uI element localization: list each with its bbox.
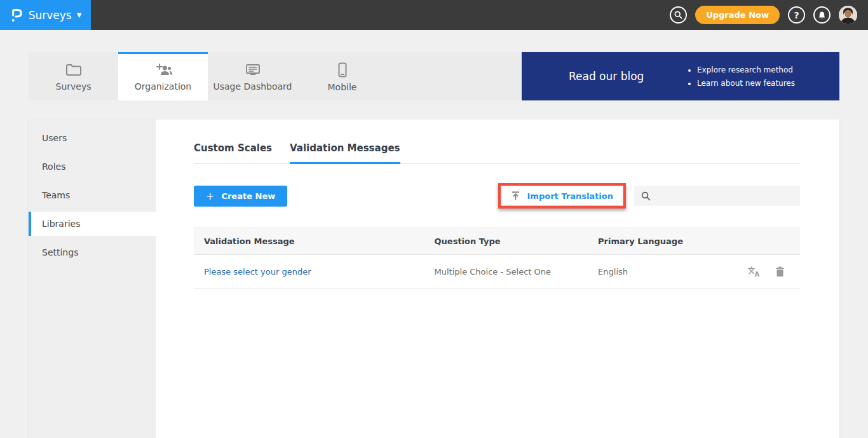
import-translation-label: Import Translation xyxy=(527,191,613,201)
banner-bullet-list: Explore research method Learn about new … xyxy=(688,61,795,92)
header-primary-language: Primary Language xyxy=(588,228,721,254)
plus-icon: + xyxy=(206,192,214,200)
import-translation-button[interactable]: Import Translation xyxy=(501,186,623,206)
blog-banner[interactable]: Read our blog Explore research method Le… xyxy=(522,52,839,100)
nav-tab-surveys[interactable]: Surveys xyxy=(29,52,118,100)
dashboard-icon xyxy=(245,63,261,77)
nav-tab-label: Usage Dashboard xyxy=(213,81,292,92)
sidebar-item-label: Libraries xyxy=(42,219,80,229)
import-translation-highlight-box: Import Translation xyxy=(498,183,626,209)
chevron-down-icon: ▼ xyxy=(77,11,82,18)
table-search-box[interactable] xyxy=(634,186,800,206)
question-mark-icon: ? xyxy=(794,10,799,20)
nav-tab-usage-dashboard[interactable]: Usage Dashboard xyxy=(208,52,297,100)
question-type-cell: Multiple Choice - Select One xyxy=(424,256,588,287)
nav-tab-mobile[interactable]: Mobile xyxy=(297,52,387,100)
banner-bullet: Learn about new features xyxy=(697,79,795,88)
settings-sidebar: Users Roles Teams Libraries Settings xyxy=(29,120,156,438)
bell-icon xyxy=(818,11,826,20)
mobile-icon xyxy=(337,62,348,78)
table-header-row: Validation Message Question Type Primary… xyxy=(194,228,800,255)
nav-tab-organization[interactable]: Organization xyxy=(118,52,208,100)
nav-tab-label: Organization xyxy=(135,81,192,92)
page-shell: Surveys Organization xyxy=(29,52,839,438)
tab-custom-scales[interactable]: Custom Scales xyxy=(194,142,272,164)
search-icon xyxy=(674,11,682,19)
search-icon xyxy=(641,191,651,201)
search-button[interactable] xyxy=(670,6,687,24)
topbar-actions: Upgrade Now ? xyxy=(670,6,868,24)
primary-navigation: Surveys Organization xyxy=(29,52,839,100)
libraries-content: Custom Scales Validation Messages + Crea… xyxy=(156,120,839,438)
help-button[interactable]: ? xyxy=(788,6,805,24)
questionpro-logo-icon xyxy=(10,7,23,24)
svg-text:A: A xyxy=(754,271,759,277)
notifications-button[interactable] xyxy=(813,6,831,24)
product-switcher[interactable]: Surveys ▼ xyxy=(0,0,91,30)
toolbar: + Create New xyxy=(194,183,800,209)
sidebar-item-teams[interactable]: Teams xyxy=(29,183,156,207)
header-actions xyxy=(721,228,800,254)
validation-message-link[interactable]: Please select your gender xyxy=(204,267,311,277)
add-people-icon xyxy=(154,63,173,77)
create-new-button[interactable]: + Create New xyxy=(194,186,287,207)
top-bar: Surveys ▼ Upgrade Now ? xyxy=(0,0,868,30)
header-question-type: Question Type xyxy=(424,228,588,254)
sidebar-item-settings[interactable]: Settings xyxy=(29,240,156,264)
delete-icon[interactable] xyxy=(775,266,785,277)
nav-tab-label: Mobile xyxy=(328,82,357,92)
nav-tab-label: Surveys xyxy=(56,81,92,92)
banner-title: Read our blog xyxy=(569,70,644,83)
sidebar-item-libraries[interactable]: Libraries xyxy=(29,212,156,236)
primary-language-cell: English xyxy=(588,256,721,287)
upload-icon xyxy=(511,191,520,201)
sidebar-item-label: Teams xyxy=(42,190,70,200)
search-input[interactable] xyxy=(656,191,793,201)
header-validation-message: Validation Message xyxy=(194,228,424,254)
banner-bullet: Explore research method xyxy=(697,65,795,74)
table-row: Please select your gender Multiple Choic… xyxy=(194,255,800,289)
sidebar-item-label: Users xyxy=(42,133,67,143)
toolbar-right-group: Import Translation xyxy=(498,183,800,209)
user-avatar[interactable] xyxy=(839,6,857,24)
tab-validation-messages[interactable]: Validation Messages xyxy=(290,142,400,164)
sidebar-item-label: Roles xyxy=(42,161,65,172)
create-new-label: Create New xyxy=(221,191,275,201)
product-name: Surveys xyxy=(29,9,72,22)
sidebar-item-roles[interactable]: Roles xyxy=(29,154,156,179)
sidebar-item-label: Settings xyxy=(42,247,78,257)
nav-tab-bar: Surveys Organization xyxy=(29,52,522,100)
upgrade-now-button[interactable]: Upgrade Now xyxy=(695,6,780,24)
translate-icon[interactable]: A xyxy=(747,266,760,277)
sidebar-item-users[interactable]: Users xyxy=(29,126,156,150)
folder-icon xyxy=(65,63,82,77)
libraries-tab-bar: Custom Scales Validation Messages xyxy=(194,142,800,164)
validation-messages-table: Validation Message Question Type Primary… xyxy=(194,228,800,289)
main-card: Users Roles Teams Libraries Settings Cus… xyxy=(29,120,839,438)
